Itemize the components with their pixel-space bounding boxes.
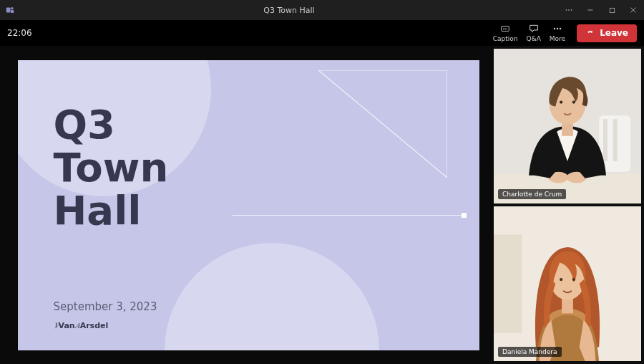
slide-heading: Q3 Town Hall bbox=[54, 103, 169, 233]
decorative-triangle bbox=[318, 70, 447, 178]
svg-point-4 bbox=[568, 9, 570, 11]
svg-rect-7 bbox=[610, 8, 614, 12]
leave-label: Leave bbox=[600, 28, 628, 38]
more-icon bbox=[552, 23, 563, 34]
participant-name: Charlotte de Crum bbox=[498, 189, 566, 199]
caption-button[interactable]: CC Caption bbox=[493, 23, 518, 43]
svg-point-14 bbox=[560, 28, 561, 29]
leave-button[interactable]: Leave bbox=[577, 24, 637, 42]
svg-rect-18 bbox=[613, 119, 618, 161]
svg-rect-27 bbox=[494, 234, 522, 332]
svg-point-5 bbox=[571, 9, 572, 11]
meeting-toolbar: 22:06 CC Caption Q&A More Leave bbox=[0, 20, 644, 46]
svg-rect-2 bbox=[11, 10, 14, 13]
participant-sidebar: Charlotte de Crum bbox=[494, 46, 644, 364]
minimize-button[interactable] bbox=[584, 4, 597, 16]
decorative-circle bbox=[165, 243, 379, 350]
caption-icon: CC bbox=[499, 23, 512, 34]
maximize-button[interactable] bbox=[605, 4, 618, 16]
participant-tile[interactable]: Charlotte de Crum bbox=[494, 49, 641, 203]
svg-point-1 bbox=[11, 7, 14, 9]
qa-button[interactable]: Q&A bbox=[527, 23, 541, 43]
svg-rect-0 bbox=[6, 8, 11, 13]
slide-brand: 𝑉Van𝐴Arsdel bbox=[54, 321, 109, 330]
ellipsis-button[interactable] bbox=[562, 4, 575, 16]
participant-tile[interactable]: Daniela Mandera bbox=[494, 206, 641, 361]
svg-point-12 bbox=[554, 28, 555, 29]
decorative-line bbox=[233, 215, 462, 216]
more-label: More bbox=[550, 36, 565, 43]
svg-point-13 bbox=[557, 28, 558, 29]
slide-date: September 3, 2023 bbox=[54, 300, 157, 313]
caption-label: Caption bbox=[493, 36, 518, 43]
qa-icon bbox=[528, 23, 540, 34]
presentation-slide: Q3 Town Hall September 3, 2023 𝑉Van𝐴Arsd… bbox=[18, 60, 479, 350]
participant-name: Daniela Mandera bbox=[498, 347, 562, 357]
window-title: Q3 Town Hall bbox=[16, 6, 562, 15]
window-titlebar: Q3 Town Hall bbox=[0, 0, 644, 20]
close-button[interactable] bbox=[627, 4, 640, 16]
svg-text:CC: CC bbox=[503, 27, 507, 31]
svg-rect-17 bbox=[603, 119, 608, 161]
shared-content-stage: Q3 Town Hall September 3, 2023 𝑉Van𝐴Arsd… bbox=[0, 46, 494, 364]
meeting-duration: 22:06 bbox=[7, 28, 32, 38]
svg-point-30 bbox=[560, 278, 562, 281]
decorative-square bbox=[462, 213, 467, 218]
qa-label: Q&A bbox=[527, 36, 541, 43]
app-icon bbox=[4, 4, 16, 16]
more-button[interactable]: More bbox=[550, 23, 565, 43]
svg-point-22 bbox=[560, 100, 562, 103]
svg-point-3 bbox=[566, 9, 567, 11]
meeting-content: Q3 Town Hall September 3, 2023 𝑉Van𝐴Arsd… bbox=[0, 46, 644, 364]
leave-icon bbox=[585, 27, 595, 39]
svg-point-23 bbox=[572, 100, 575, 103]
svg-point-31 bbox=[572, 278, 575, 281]
